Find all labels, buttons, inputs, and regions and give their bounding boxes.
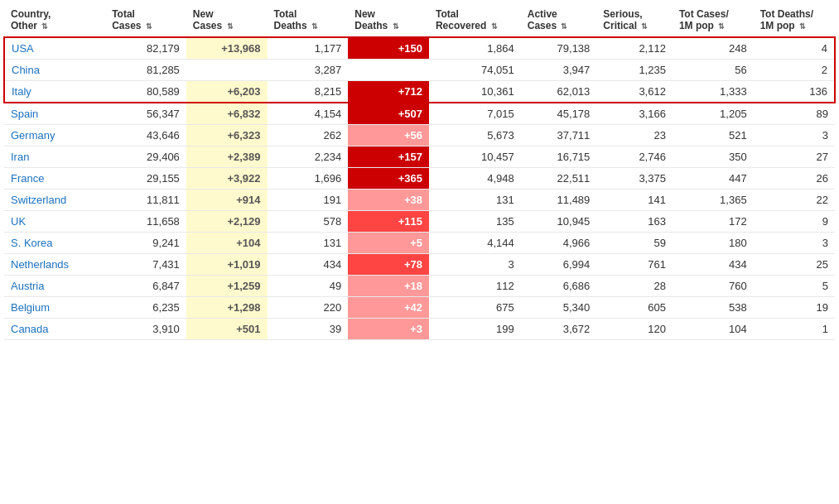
cell-tot-deaths-1m: 26 <box>754 168 835 190</box>
cell-serious-critical: 23 <box>596 125 673 146</box>
cell-total-recovered: 74,051 <box>429 60 521 81</box>
cell-tot-deaths-1m: 89 <box>754 103 835 125</box>
country-link[interactable]: USA <box>12 42 34 55</box>
cell-active-cases: 16,715 <box>521 146 597 168</box>
table-row: Canada3,910+50139+31993,6721201041 <box>4 319 835 340</box>
country-link[interactable]: China <box>12 64 40 76</box>
cell-total-recovered: 10,361 <box>429 81 521 103</box>
cell-total-cases: 29,155 <box>105 168 186 190</box>
header-country[interactable]: Country,Other ⇅ <box>4 3 105 37</box>
cell-active-cases: 3,672 <box>521 319 597 340</box>
country-link[interactable]: Netherlands <box>11 258 69 271</box>
sort-icon-total-cases: ⇅ <box>146 22 152 31</box>
header-serious-critical[interactable]: Serious,Critical ⇅ <box>596 3 673 37</box>
table-row: Spain56,347+6,8324,154+5077,01545,1783,1… <box>4 103 835 125</box>
header-active-cases[interactable]: ActiveCases ⇅ <box>521 3 597 37</box>
cell-total-recovered: 1,864 <box>429 37 521 60</box>
cell-new-deaths: +78 <box>348 254 429 276</box>
cell-serious-critical: 163 <box>596 211 673 233</box>
cell-active-cases: 22,511 <box>521 168 597 190</box>
cell-new-deaths: +115 <box>348 211 429 233</box>
cell-tot-cases-1m: 447 <box>673 168 754 190</box>
header-total-recovered[interactable]: TotalRecovered ⇅ <box>429 3 521 37</box>
country-link[interactable]: Iran <box>11 151 29 163</box>
country-link[interactable]: Switzerland <box>11 194 66 206</box>
sort-icon-tot-cases-1m: ⇅ <box>718 22 725 31</box>
cell-new-deaths <box>348 60 429 81</box>
sort-icon-new-cases: ⇅ <box>227 22 234 31</box>
cell-country: France <box>4 168 105 190</box>
cell-serious-critical: 120 <box>596 319 673 340</box>
cell-new-cases: +914 <box>186 190 268 211</box>
sort-icon-active-cases: ⇅ <box>561 22 567 31</box>
cell-total-deaths: 131 <box>268 233 349 254</box>
cell-total-cases: 43,646 <box>105 125 186 146</box>
cell-new-deaths: +56 <box>348 125 429 146</box>
header-tot-deaths-1m[interactable]: Tot Deaths/1M pop ⇅ <box>754 3 835 37</box>
cell-tot-deaths-1m: 136 <box>754 81 835 103</box>
cell-new-deaths: +38 <box>348 190 429 211</box>
cell-new-deaths: +712 <box>348 81 429 103</box>
cell-total-recovered: 675 <box>429 297 521 319</box>
country-link[interactable]: Austria <box>11 280 44 292</box>
cell-serious-critical: 3,166 <box>596 103 673 125</box>
cell-new-cases: +3,922 <box>186 168 268 190</box>
table-row: Switzerland11,811+914191+3813111,4891411… <box>4 190 835 211</box>
sort-icon-country: ⇅ <box>41 22 48 31</box>
cell-country: UK <box>4 211 105 233</box>
cell-serious-critical: 3,375 <box>596 168 673 190</box>
cell-tot-deaths-1m: 25 <box>754 254 835 276</box>
cell-tot-deaths-1m: 4 <box>754 37 835 60</box>
table-row: Germany43,646+6,323262+565,67337,7112352… <box>4 125 835 146</box>
header-new-deaths[interactable]: NewDeaths ⇅ <box>348 3 429 37</box>
cell-tot-cases-1m: 56 <box>673 60 754 81</box>
cell-total-cases: 56,347 <box>105 103 186 125</box>
country-link[interactable]: UK <box>11 215 26 228</box>
country-link[interactable]: Germany <box>11 129 55 142</box>
cell-tot-cases-1m: 434 <box>673 254 754 276</box>
header-new-cases[interactable]: NewCases ⇅ <box>186 3 268 37</box>
cell-active-cases: 11,489 <box>521 190 597 211</box>
cell-total-cases: 11,811 <box>105 190 186 211</box>
cell-total-cases: 7,431 <box>105 254 186 276</box>
country-link[interactable]: S. Korea <box>11 237 53 249</box>
cell-tot-cases-1m: 1,333 <box>673 81 754 103</box>
cell-total-cases: 80,589 <box>105 81 186 103</box>
cell-tot-deaths-1m: 1 <box>754 319 835 340</box>
cell-new-deaths: +3 <box>348 319 429 340</box>
cell-total-cases: 3,910 <box>105 319 186 340</box>
cell-new-cases: +1,298 <box>186 297 268 319</box>
country-link[interactable]: Canada <box>11 323 49 335</box>
cell-total-deaths: 8,215 <box>268 81 349 103</box>
cell-country: China <box>4 60 105 81</box>
header-total-deaths[interactable]: TotalDeaths ⇅ <box>268 3 349 37</box>
country-link[interactable]: Belgium <box>11 301 50 314</box>
cell-country: Switzerland <box>4 190 105 211</box>
header-total-cases[interactable]: TotalCases ⇅ <box>105 3 186 37</box>
cell-serious-critical: 2,746 <box>596 146 673 168</box>
covid-stats-table: Country,Other ⇅ TotalCases ⇅ NewCases ⇅ … <box>3 3 836 340</box>
cell-total-cases: 29,406 <box>105 146 186 168</box>
cell-country: Iran <box>4 146 105 168</box>
cell-total-cases: 82,179 <box>105 37 186 60</box>
cell-serious-critical: 1,235 <box>596 60 673 81</box>
cell-new-cases: +6,323 <box>186 125 268 146</box>
cell-total-cases: 9,241 <box>105 233 186 254</box>
country-link[interactable]: Italy <box>12 85 31 98</box>
table-row: UK11,658+2,129578+11513510,9451631729 <box>4 211 835 233</box>
cell-total-recovered: 199 <box>429 319 521 340</box>
cell-total-deaths: 578 <box>268 211 349 233</box>
cell-tot-cases-1m: 172 <box>673 211 754 233</box>
cell-total-deaths: 262 <box>268 125 349 146</box>
cell-country: Italy <box>4 81 105 103</box>
cell-total-cases: 6,235 <box>105 297 186 319</box>
cell-total-recovered: 112 <box>429 276 521 297</box>
country-link[interactable]: Spain <box>11 108 38 120</box>
country-link[interactable]: France <box>11 172 44 185</box>
cell-total-deaths: 191 <box>268 190 349 211</box>
cell-new-cases: +501 <box>186 319 268 340</box>
cell-tot-cases-1m: 521 <box>673 125 754 146</box>
header-tot-cases-1m[interactable]: Tot Cases/1M pop ⇅ <box>673 3 754 37</box>
table-row: USA82,179+13,9681,177+1501,86479,1382,11… <box>4 37 835 60</box>
cell-serious-critical: 605 <box>596 297 673 319</box>
